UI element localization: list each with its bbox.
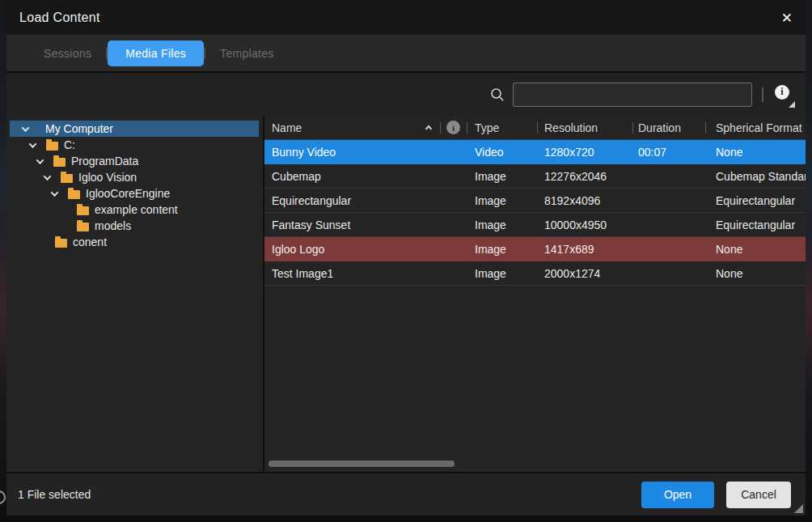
tree-item-igloo-vision[interactable]: Igloo Vision bbox=[10, 169, 259, 185]
tree-item-c[interactable]: C: bbox=[10, 137, 259, 153]
table-header: Name i Type Resolution Duration Spherica… bbox=[264, 116, 806, 140]
cell-spherical-format: Equirectangular bbox=[716, 213, 795, 237]
table-row-fantasy-sunset[interactable]: Fantasy SunsetImage10000x4950Equirectang… bbox=[264, 213, 806, 237]
tab-media-files[interactable]: Media Files bbox=[108, 40, 204, 66]
search-separator bbox=[762, 87, 763, 102]
chevron-down-icon[interactable] bbox=[44, 172, 52, 180]
cell-name: Bunny Video bbox=[272, 140, 336, 164]
cell-type: Image bbox=[475, 261, 506, 286]
cell-resolution: 8192x4096 bbox=[544, 189, 600, 213]
tree-item-label: conent bbox=[73, 236, 107, 248]
chevron-down-icon[interactable] bbox=[36, 156, 44, 164]
cell-type: Image bbox=[475, 189, 506, 213]
folder-icon bbox=[77, 223, 89, 231]
search-input[interactable] bbox=[513, 83, 752, 107]
horizontal-scrollbar[interactable] bbox=[264, 460, 806, 472]
dialog-content: My ComputerC:ProgramDataIgloo VisionIglo… bbox=[6, 116, 806, 473]
cell-spherical-format: Cubemap Standard bbox=[716, 164, 806, 189]
cell-spherical-format: None bbox=[716, 237, 742, 261]
folder-icon bbox=[61, 174, 73, 183]
column-header-name[interactable]: Name bbox=[272, 116, 302, 140]
column-divider bbox=[632, 122, 633, 134]
column-header-resolution[interactable]: Resolution bbox=[544, 116, 598, 140]
background-circle-icon bbox=[0, 490, 6, 504]
cell-spherical-format: None bbox=[716, 140, 742, 164]
table-row-test-image1[interactable]: Test Image1Image2000x1274None bbox=[264, 261, 806, 286]
cell-type: Image bbox=[475, 237, 506, 261]
folder-icon bbox=[68, 190, 80, 199]
dialog-footer: 1 File selected Open Cancel bbox=[6, 473, 806, 516]
cell-duration: 00:07 bbox=[638, 140, 666, 164]
folder-icon bbox=[55, 239, 67, 248]
table-body: Bunny VideoVideo1280x72000:07NoneCubemap… bbox=[264, 140, 806, 286]
sort-ascending-icon[interactable] bbox=[425, 125, 432, 132]
scrollbar-thumb[interactable] bbox=[269, 460, 455, 467]
chevron-down-icon[interactable] bbox=[51, 189, 59, 197]
tab-sessions[interactable]: Sessions bbox=[29, 40, 106, 66]
open-button[interactable]: Open bbox=[641, 482, 714, 508]
table-row-cubemap[interactable]: CubemapImage12276x2046Cubemap Standard bbox=[264, 164, 806, 189]
cancel-button[interactable]: Cancel bbox=[726, 482, 791, 508]
tree-item-igloocoreengine[interactable]: IglooCoreEngine bbox=[10, 185, 259, 202]
tree-item-models[interactable]: models bbox=[10, 218, 259, 234]
dialog-titlebar: Load Content ✕ bbox=[6, 0, 806, 35]
column-divider bbox=[705, 122, 706, 134]
info-icon: i bbox=[775, 85, 789, 100]
folder-icon bbox=[53, 158, 66, 167]
column-divider bbox=[467, 122, 467, 134]
tree-item-label: Igloo Vision bbox=[78, 171, 137, 184]
table-row-igloo-logo[interactable]: Igloo LogoImage1417x689None bbox=[264, 237, 806, 261]
tree-item-example-content[interactable]: example content bbox=[10, 202, 259, 218]
dialog-title: Load Content bbox=[19, 11, 100, 25]
folder-tree: My ComputerC:ProgramDataIgloo VisionIglo… bbox=[6, 116, 264, 472]
column-header-duration[interactable]: Duration bbox=[638, 116, 681, 140]
column-divider bbox=[537, 122, 538, 134]
tree-item-label: models bbox=[95, 219, 131, 232]
cell-name: Cubemap bbox=[272, 164, 321, 189]
cell-name: Test Image1 bbox=[272, 261, 333, 286]
tree-item-label: C: bbox=[64, 138, 75, 151]
cell-resolution: 2000x1274 bbox=[544, 261, 600, 286]
info-button[interactable]: i bbox=[773, 84, 794, 105]
tree-item-label: IglooCoreEngine bbox=[86, 187, 170, 200]
tree-item-my-computer[interactable]: My Computer bbox=[10, 121, 259, 137]
cell-name: Fantasy Sunset bbox=[272, 213, 350, 237]
tree-item-label: My Computer bbox=[45, 122, 113, 135]
tabs-bar: Sessions Media Files Templates bbox=[6, 35, 806, 73]
column-info-icon[interactable]: i bbox=[446, 121, 460, 134]
close-icon[interactable]: ✕ bbox=[781, 11, 793, 24]
tree-item-conent[interactable]: conent bbox=[10, 234, 259, 250]
cell-resolution: 12276x2046 bbox=[544, 164, 607, 189]
selection-status: 1 File selected bbox=[18, 488, 641, 501]
cell-name: Igloo Logo bbox=[272, 237, 324, 261]
tree-item-programdata[interactable]: ProgramData bbox=[10, 153, 259, 169]
folder-icon bbox=[46, 142, 58, 151]
column-header-spherical-format[interactable]: Spherical Format bbox=[716, 116, 802, 140]
cell-spherical-format: Equirectangular bbox=[716, 189, 795, 213]
table-row-equirectangular[interactable]: EquirectangularImage8192x4096Equirectang… bbox=[264, 189, 806, 213]
chevron-down-icon[interactable] bbox=[22, 124, 30, 132]
search-icon bbox=[489, 87, 505, 103]
cell-type: Video bbox=[475, 140, 504, 164]
cell-type: Image bbox=[475, 164, 506, 189]
folder-icon bbox=[77, 206, 89, 215]
file-table: Name i Type Resolution Duration Spherica… bbox=[264, 116, 806, 472]
tree-item-label: example content bbox=[95, 203, 178, 216]
cell-name: Equirectangular bbox=[272, 189, 351, 213]
table-row-bunny-video[interactable]: Bunny VideoVideo1280x72000:07None bbox=[264, 140, 806, 164]
load-content-dialog: Load Content ✕ Sessions Media Files Temp… bbox=[6, 0, 806, 516]
column-header-type[interactable]: Type bbox=[475, 116, 499, 140]
tab-templates[interactable]: Templates bbox=[205, 40, 289, 66]
cell-type: Image bbox=[475, 213, 506, 237]
cell-resolution: 1280x720 bbox=[544, 140, 594, 164]
dropdown-corner-icon bbox=[789, 101, 795, 108]
chevron-down-icon[interactable] bbox=[29, 140, 37, 148]
cell-spherical-format: None bbox=[716, 261, 742, 286]
cell-resolution: 1417x689 bbox=[544, 237, 594, 261]
column-divider bbox=[440, 122, 441, 134]
search-row: i bbox=[6, 73, 806, 116]
tree-item-label: ProgramData bbox=[71, 155, 138, 168]
resize-handle-icon[interactable] bbox=[794, 504, 803, 513]
cell-resolution: 10000x4950 bbox=[544, 213, 607, 237]
